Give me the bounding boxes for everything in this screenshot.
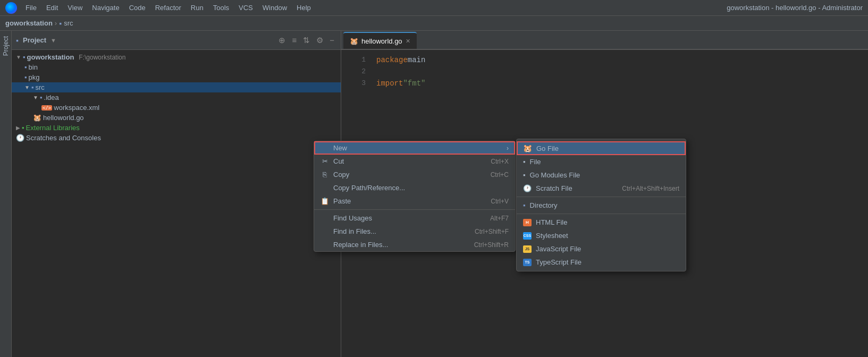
tree-item-pkg[interactable]: ▪ pkg: [12, 72, 341, 82]
title-bar: File Edit View Navigate Code Refactor Ru…: [0, 0, 868, 16]
folder-icon: ▪: [40, 94, 43, 101]
project-panel-title: Project: [23, 36, 46, 44]
sidebar-tab-label: Project: [2, 36, 10, 56]
ctx-label-copy: Copy: [333, 171, 349, 178]
editor-tabs: 🐹 helloworld.go ✕: [341, 31, 868, 50]
sub-menu-item-go-file[interactable]: 🐹 Go File: [517, 141, 686, 155]
string-fmt: "fmt": [403, 78, 425, 89]
locate-file-button[interactable]: ⊕: [276, 35, 288, 46]
minimize-button[interactable]: −: [327, 35, 336, 46]
code-line-2: 2: [341, 66, 868, 78]
file-icon: ▪: [523, 158, 526, 166]
project-sidebar-tab[interactable]: Project: [0, 31, 12, 357]
tree-label-idea: .idea: [44, 94, 59, 101]
ctx-label-find-usages: Find Usages: [333, 214, 372, 222]
context-menu-item-find-usages[interactable]: Find Usages Alt+F7: [314, 211, 515, 225]
app-logo: [5, 2, 17, 14]
breadcrumb-folder-icon: ▪: [59, 19, 62, 28]
menu-edit[interactable]: Edit: [42, 3, 62, 13]
find-usages-shortcut: Alt+F7: [490, 215, 509, 222]
chevron-down-icon: ▼: [33, 95, 38, 100]
tree-item-helloworld-go[interactable]: 🐹 helloworld.go: [12, 113, 341, 123]
ctx-label-paste: Paste: [333, 197, 351, 205]
tree-item-bin[interactable]: ▪ bin: [12, 62, 341, 72]
context-menu-item-paste[interactable]: 📋 Paste Ctrl+V: [314, 194, 515, 208]
expand-all-button[interactable]: ⇅: [301, 35, 312, 46]
menu-navigate[interactable]: Navigate: [88, 3, 123, 13]
menu-tools[interactable]: Tools: [209, 3, 233, 13]
project-panel-header: ▪ Project ▼ ⊕ ≡ ⇅ ⚙ −: [12, 31, 341, 50]
go-file-icon: 🐹: [523, 144, 532, 152]
context-menu-item-new[interactable]: New › 🐹 Go File ▪ File ▪ Go Modules File…: [314, 141, 515, 155]
scratch-icon: 🕐: [523, 184, 532, 192]
context-menu-item-cut[interactable]: ✂ Cut Ctrl+X: [314, 155, 515, 168]
html-file-icon: H: [523, 219, 532, 226]
folder-icon: ▪: [24, 73, 27, 81]
keyword-package: package: [376, 54, 408, 66]
project-panel: ▪ Project ▼ ⊕ ≡ ⇅ ⚙ − ▼ ▪ goworkstation …: [12, 31, 341, 357]
context-menu-item-find-in-files[interactable]: Find in Files... Ctrl+Shift+F: [314, 225, 515, 238]
tab-close-button[interactable]: ✕: [406, 38, 410, 45]
tree-item-external-libraries[interactable]: ▶ ▪ External Libraries: [12, 123, 341, 133]
js-file-icon: JS: [523, 245, 532, 253]
tree-label-workspace-xml: workspace.xml: [54, 104, 99, 112]
copy-icon: ⎘: [321, 171, 329, 178]
editor-tab-helloworld[interactable]: 🐹 helloworld.go ✕: [343, 32, 417, 49]
tree-path-goworkstation: F:\goworkstation: [79, 54, 125, 61]
sub-menu-item-html[interactable]: H HTML File: [517, 216, 686, 229]
menu-run[interactable]: Run: [187, 3, 208, 13]
ctx-label-cut: Cut: [333, 157, 344, 165]
menu-code[interactable]: Code: [125, 3, 150, 13]
panel-header-icons: ⊕ ≡ ⇅ ⚙ −: [276, 35, 336, 46]
tab-go-icon: 🐹: [350, 37, 358, 45]
sub-menu-item-stylesheet[interactable]: CSS Stylesheet: [517, 229, 686, 242]
tree-label-helloworld-go: helloworld.go: [43, 114, 84, 122]
context-menu-item-replace-in-files[interactable]: Replace in Files... Ctrl+Shift+R: [314, 238, 515, 251]
sub-menu-item-go-modules[interactable]: ▪ Go Modules File: [517, 168, 686, 182]
sub-label-scratch: Scratch File: [536, 184, 572, 192]
tree-label-external-libraries: External Libraries: [26, 124, 80, 132]
menu-file[interactable]: File: [21, 3, 41, 13]
sub-menu-item-file[interactable]: ▪ File: [517, 155, 686, 168]
ts-file-icon: TS: [523, 259, 532, 266]
tab-label: helloworld.go: [361, 37, 402, 45]
tree-label-src: src: [36, 83, 45, 91]
copy-shortcut: Ctrl+C: [491, 171, 509, 178]
tree-item-idea[interactable]: ▼ ▪ .idea: [12, 92, 341, 103]
settings-button[interactable]: ⚙: [314, 35, 325, 46]
sub-label-directory: Directory: [530, 201, 558, 209]
line-number-3: 3: [350, 78, 366, 89]
xml-file-icon: </>: [41, 105, 52, 110]
sub-menu-item-scratch[interactable]: 🕐 Scratch File Ctrl+Alt+Shift+Insert: [517, 182, 686, 195]
context-menu-item-copy[interactable]: ⎘ Copy Ctrl+C: [314, 168, 515, 181]
sub-menu-item-js[interactable]: JS JavaScript File: [517, 242, 686, 256]
collapse-all-button[interactable]: ≡: [290, 35, 299, 46]
menu-help[interactable]: Help: [292, 3, 315, 13]
code-line-3: 3 import "fmt": [341, 78, 868, 89]
chevron-down-icon[interactable]: ▼: [50, 37, 56, 44]
context-menu-item-copy-path[interactable]: Copy Path/Reference...: [314, 181, 515, 194]
identifier-main: main: [408, 54, 426, 66]
tree-label-pkg: pkg: [29, 73, 40, 81]
folder-icon: ▪: [24, 63, 27, 71]
sub-menu-item-ts[interactable]: TS TypeScript File: [517, 256, 686, 269]
sub-menu-item-directory[interactable]: ▪ Directory: [517, 199, 686, 212]
menu-view[interactable]: View: [63, 3, 87, 13]
replace-in-files-shortcut: Ctrl+Shift+R: [474, 241, 509, 249]
menu-window[interactable]: Window: [258, 3, 291, 13]
menu-refactor[interactable]: Refactor: [151, 3, 186, 13]
sub-separator-1: [517, 197, 686, 197]
tree-item-scratches[interactable]: 🕐 Scratches and Consoles: [12, 133, 341, 143]
line-number-1: 1: [350, 54, 366, 66]
external-libraries-icon: ▪: [22, 124, 24, 132]
directory-icon: ▪: [523, 201, 526, 209]
menu-vcs[interactable]: VCS: [234, 3, 257, 13]
tree-item-src[interactable]: ▼ ▪ src: [12, 82, 341, 92]
breadcrumb-project[interactable]: goworkstation: [5, 19, 53, 27]
sub-menu: 🐹 Go File ▪ File ▪ Go Modules File 🕐 Scr…: [516, 139, 686, 271]
tree-label-scratches: Scratches and Consoles: [26, 134, 101, 142]
breadcrumb-folder[interactable]: src: [64, 19, 73, 27]
tree-item-workspace-xml[interactable]: </> workspace.xml: [12, 103, 341, 113]
tree-item-goworkstation[interactable]: ▼ ▪ goworkstation F:\goworkstation: [12, 52, 341, 62]
chevron-right-icon: ▶: [16, 125, 20, 131]
